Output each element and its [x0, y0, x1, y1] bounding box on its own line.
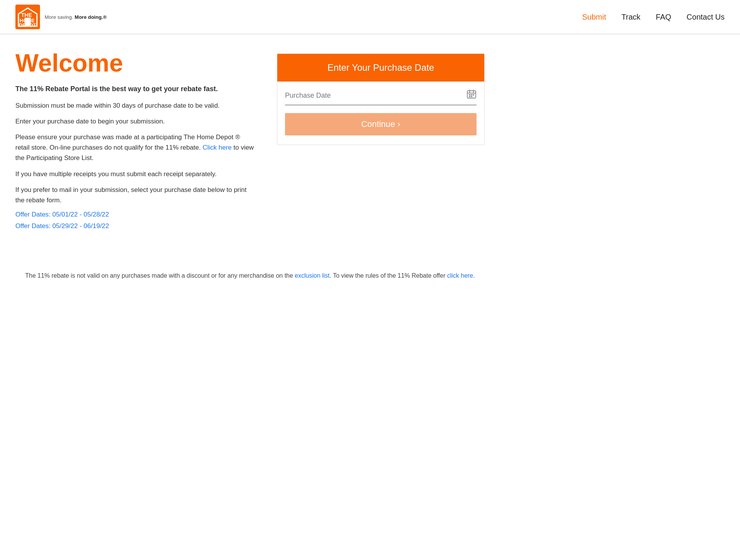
paragraph-2: Enter your purchase date to begin your s… — [15, 116, 254, 127]
click-here-rules-link[interactable]: click here — [447, 272, 473, 279]
svg-text:THE: THE — [21, 12, 32, 18]
logo-area: THE HOME DEPOT More saving. More doing.® — [15, 5, 107, 29]
exclusion-list-link[interactable]: exclusion list — [295, 272, 330, 279]
intro-bold-text: The 11% Rebate Portal is the best way to… — [15, 84, 254, 94]
svg-rect-11 — [471, 94, 472, 95]
site-header: THE HOME DEPOT More saving. More doing.®… — [0, 0, 740, 34]
welcome-title: Welcome — [15, 50, 254, 77]
continue-button[interactable]: Continue › — [285, 113, 477, 135]
offer-dates-1[interactable]: Offer Dates: 05/01/22 - 05/28/22 — [15, 211, 254, 218]
calendar-icon[interactable] — [467, 89, 477, 102]
bottom-note: The 11% rebate is not valid on any purch… — [0, 272, 500, 295]
tagline: More saving. More doing.® — [45, 14, 107, 20]
svg-rect-14 — [471, 96, 472, 97]
nav-contact[interactable]: Contact Us — [687, 13, 725, 22]
panel-body: Continue › — [277, 82, 484, 145]
left-column: Welcome The 11% Rebate Portal is the bes… — [15, 50, 254, 234]
purchase-date-input[interactable] — [285, 92, 467, 100]
date-input-wrapper — [285, 89, 477, 105]
nav-submit[interactable]: Submit — [582, 13, 606, 22]
right-column: Enter Your Purchase Date — [277, 50, 485, 234]
svg-rect-12 — [473, 94, 474, 95]
main-content: Welcome The 11% Rebate Portal is the bes… — [0, 34, 500, 249]
home-depot-logo: THE HOME DEPOT — [15, 5, 40, 29]
paragraph-3: Please ensure your purchase was made at … — [15, 132, 254, 163]
click-here-link[interactable]: Click here — [203, 144, 232, 151]
panel-header: Enter Your Purchase Date — [277, 54, 484, 82]
nav-faq[interactable]: FAQ — [656, 13, 671, 22]
offer-dates-2[interactable]: Offer Dates: 05/29/22 - 06/19/22 — [15, 222, 254, 230]
paragraph-1: Submission must be made within 30 days o… — [15, 100, 254, 111]
svg-rect-10 — [469, 94, 470, 95]
paragraph-5: If you prefer to mail in your submission… — [15, 185, 254, 205]
purchase-date-panel: Enter Your Purchase Date — [277, 53, 485, 145]
nav-track[interactable]: Track — [622, 13, 640, 22]
paragraph-4: If you have multiple receipts you must s… — [15, 169, 254, 179]
main-nav: Submit Track FAQ Contact Us — [582, 13, 725, 22]
svg-text:DEPOT: DEPOT — [19, 22, 36, 28]
svg-rect-13 — [469, 96, 470, 97]
